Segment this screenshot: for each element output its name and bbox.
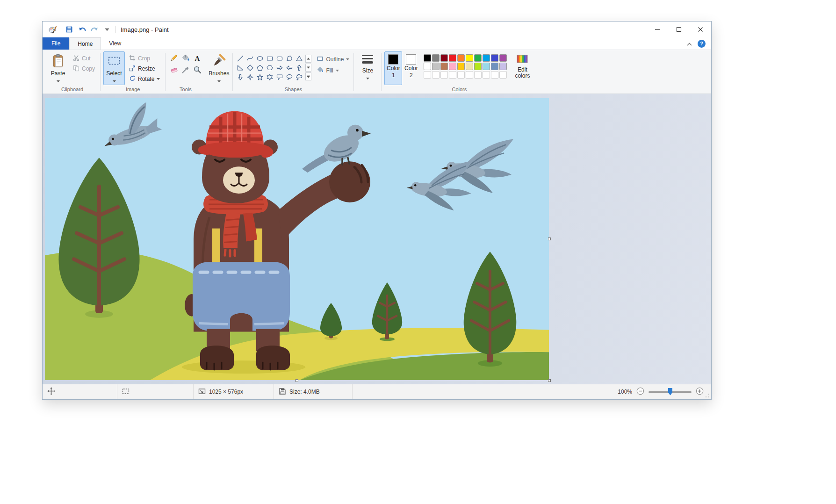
palette-swatch[interactable] — [491, 63, 498, 70]
shape-oval-button[interactable] — [255, 54, 265, 63]
palette-swatch[interactable] — [483, 54, 490, 62]
titlebar[interactable]: Image.png - Paint — [43, 22, 711, 37]
shape-right-triangle-button[interactable] — [236, 63, 245, 72]
shape-hexagon-button[interactable] — [265, 63, 274, 72]
zoom-slider-thumb[interactable] — [668, 388, 672, 396]
palette-swatch-empty[interactable] — [499, 71, 507, 79]
canvas-image[interactable] — [45, 98, 549, 380]
shape-polygon-button[interactable] — [285, 54, 294, 63]
canvas-resize-handle-right[interactable] — [548, 238, 551, 240]
palette-swatch[interactable] — [499, 54, 507, 62]
paste-button[interactable]: Paste — [47, 51, 69, 85]
zoom-in-button[interactable] — [696, 387, 704, 396]
zoom-out-button[interactable] — [636, 387, 644, 396]
palette-swatch-empty[interactable] — [440, 71, 448, 79]
palette-swatch[interactable] — [432, 54, 440, 62]
palette-swatch-empty[interactable] — [457, 71, 465, 79]
palette-swatch[interactable] — [466, 63, 473, 70]
palette-swatch[interactable] — [432, 63, 440, 70]
help-icon[interactable]: ? — [698, 40, 706, 48]
crop-button[interactable]: Crop — [127, 54, 162, 63]
eraser-tool-button[interactable] — [168, 65, 179, 76]
magnifier-tool-button[interactable] — [192, 65, 202, 76]
palette-swatch[interactable] — [466, 54, 473, 62]
color1-label: Color — [387, 65, 400, 72]
tab-file[interactable]: File — [43, 37, 69, 50]
palette-swatch-empty[interactable] — [491, 71, 498, 79]
color2-button[interactable]: Color 2 — [402, 51, 420, 85]
palette-swatch[interactable] — [474, 63, 482, 70]
shape-cloud-callout-button[interactable] — [295, 72, 304, 81]
shape-line-button[interactable] — [236, 54, 245, 63]
pencil-tool-button[interactable] — [168, 53, 179, 64]
select-button[interactable]: Select — [103, 51, 125, 85]
size-button[interactable]: Size — [357, 51, 378, 85]
shape-triangle-button[interactable] — [295, 54, 304, 63]
palette-swatch-empty[interactable] — [474, 71, 482, 79]
palette-swatch[interactable] — [457, 54, 465, 62]
tab-view[interactable]: View — [101, 37, 129, 50]
palette-swatch-empty[interactable] — [432, 71, 440, 79]
color1-button[interactable]: Color 1 — [384, 51, 402, 85]
palette-swatch[interactable] — [483, 63, 490, 70]
palette-swatch[interactable] — [474, 54, 482, 62]
window-resize-grip[interactable] — [705, 393, 710, 398]
palette-swatch[interactable] — [440, 63, 448, 70]
tab-home[interactable]: Home — [69, 37, 101, 50]
shape-four-point-star-button[interactable] — [245, 72, 255, 81]
shape-left-arrow-button[interactable] — [285, 63, 294, 72]
shape-right-arrow-button[interactable] — [275, 63, 284, 72]
magnifier-icon — [193, 65, 202, 76]
palette-swatch-empty[interactable] — [424, 71, 431, 79]
collapse-ribbon-icon[interactable] — [687, 39, 692, 48]
fill-tool-button[interactable] — [180, 53, 191, 64]
maximize-button[interactable] — [668, 22, 690, 37]
close-button[interactable] — [690, 22, 711, 37]
palette-swatch[interactable] — [457, 63, 465, 70]
minimize-button[interactable] — [647, 22, 668, 37]
shape-curve-button[interactable] — [245, 54, 255, 63]
shapes-scroll-down-button[interactable] — [305, 64, 311, 72]
palette-swatch[interactable] — [449, 54, 456, 62]
palette-swatch-empty[interactable] — [483, 71, 490, 79]
save-button[interactable] — [65, 24, 74, 35]
shape-rectangle-button[interactable] — [265, 54, 274, 63]
color-picker-tool-button[interactable] — [180, 65, 191, 76]
resize-label: Resize — [138, 65, 155, 72]
palette-swatch[interactable] — [440, 54, 448, 62]
customize-quick-access-button[interactable] — [102, 24, 112, 35]
palette-swatch[interactable] — [449, 63, 456, 70]
cut-button[interactable]: Cut — [71, 54, 97, 63]
zoom-slider[interactable] — [649, 391, 692, 393]
palette-swatch-empty[interactable] — [466, 71, 473, 79]
shape-six-point-star-button[interactable] — [265, 72, 274, 81]
shape-outline-button[interactable]: Outline — [315, 55, 351, 64]
palette-swatch-empty[interactable] — [449, 71, 456, 79]
shape-oval-callout-button[interactable] — [285, 72, 294, 81]
palette-swatch[interactable] — [424, 63, 431, 70]
palette-swatch[interactable] — [424, 54, 431, 62]
edit-colors-button[interactable]: Edit colors — [511, 51, 534, 85]
shape-rounded-rectangle-button[interactable] — [275, 54, 284, 63]
resize-button[interactable]: Resize — [127, 64, 162, 73]
palette-swatch[interactable] — [499, 63, 507, 70]
palette-swatch[interactable] — [491, 54, 498, 62]
shape-down-arrow-button[interactable] — [236, 72, 245, 81]
text-tool-button[interactable]: A — [192, 53, 202, 64]
undo-button[interactable] — [77, 24, 86, 35]
canvas-workspace[interactable] — [43, 94, 711, 384]
shapes-expand-gallery-button[interactable] — [305, 72, 311, 80]
brushes-button[interactable]: Brushes — [208, 51, 230, 85]
shape-up-arrow-button[interactable] — [295, 63, 304, 72]
shape-five-point-star-button[interactable] — [255, 72, 265, 81]
canvas-resize-handle-bottom[interactable] — [295, 379, 298, 382]
shapes-scroll-up-button[interactable] — [305, 55, 311, 63]
rotate-button[interactable]: Rotate — [127, 74, 162, 84]
shape-rectangular-callout-button[interactable] — [275, 72, 284, 81]
redo-button[interactable] — [90, 24, 99, 35]
shape-diamond-button[interactable] — [245, 63, 255, 72]
canvas-resize-handle-corner[interactable] — [548, 379, 551, 382]
shape-fill-button[interactable]: Fill — [315, 66, 351, 75]
shape-pentagon-button[interactable] — [255, 63, 265, 72]
copy-button[interactable]: Copy — [71, 64, 97, 73]
